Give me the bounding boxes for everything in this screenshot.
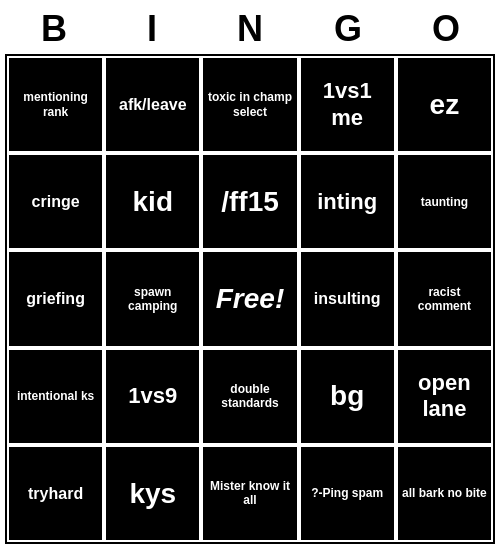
table-row[interactable]: kid xyxy=(104,153,201,250)
bingo-header: B I N G O xyxy=(5,0,495,54)
table-row[interactable]: open lane xyxy=(396,348,493,445)
table-row[interactable]: mentioning rank xyxy=(7,56,104,153)
header-g: G xyxy=(303,8,393,50)
header-i: I xyxy=(107,8,197,50)
table-row[interactable]: 1vs1 me xyxy=(299,56,396,153)
table-row[interactable]: 1vs9 xyxy=(104,348,201,445)
table-row[interactable]: ?-Ping spam xyxy=(299,445,396,542)
table-row[interactable]: Free! xyxy=(201,250,298,347)
table-row[interactable]: ez xyxy=(396,56,493,153)
table-row[interactable]: taunting xyxy=(396,153,493,250)
table-row[interactable]: cringe xyxy=(7,153,104,250)
table-row[interactable]: toxic in champ select xyxy=(201,56,298,153)
table-row[interactable]: bg xyxy=(299,348,396,445)
table-row[interactable]: double standards xyxy=(201,348,298,445)
table-row[interactable]: afk/leave xyxy=(104,56,201,153)
table-row[interactable]: griefing xyxy=(7,250,104,347)
table-row[interactable]: spawn camping xyxy=(104,250,201,347)
table-row[interactable]: all bark no bite xyxy=(396,445,493,542)
table-row[interactable]: tryhard xyxy=(7,445,104,542)
table-row[interactable]: intentional ks xyxy=(7,348,104,445)
table-row[interactable]: racist comment xyxy=(396,250,493,347)
table-row[interactable]: inting xyxy=(299,153,396,250)
table-row[interactable]: kys xyxy=(104,445,201,542)
header-n: N xyxy=(205,8,295,50)
table-row[interactable]: Mister know it all xyxy=(201,445,298,542)
table-row[interactable]: insulting xyxy=(299,250,396,347)
bingo-grid: mentioning rankafk/leavetoxic in champ s… xyxy=(5,54,495,544)
table-row[interactable]: /ff15 xyxy=(201,153,298,250)
header-o: O xyxy=(401,8,491,50)
header-b: B xyxy=(9,8,99,50)
